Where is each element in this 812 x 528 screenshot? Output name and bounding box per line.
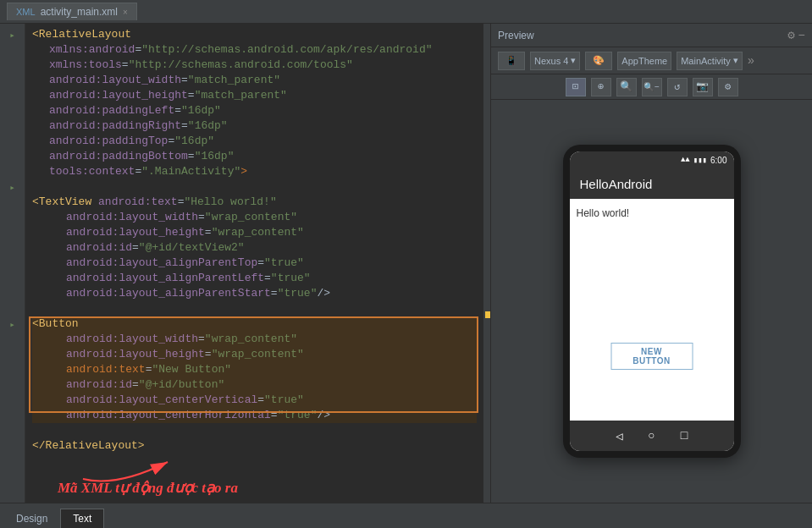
gutter-space6 [0,118,25,134]
settings-icon[interactable]: ⚙ [787,28,794,42]
tab-design-label: Design [16,513,47,525]
collapse-icon[interactable]: − [798,29,805,42]
code-content: <RelativeLayout xmlns:android="http://sc… [25,24,483,503]
code-line-7: android:paddingRight="16dp" [32,118,477,134]
bottom-tabs: Design Text [0,503,812,528]
device-icon-btn[interactable]: 📱 [498,52,525,70]
code-line-1: <RelativeLayout [32,27,477,42]
gutter-space12 [0,225,25,240]
phone-container: ▲▲ ▮▮▮ 6:00 HelloAndroid Hello world! NE… [491,100,812,503]
code-line-24: android:id="@+id/button" [32,377,477,393]
fold-icon-3[interactable]: ▸ [0,316,25,332]
activity-label: MainActivity [681,56,731,66]
screenshot-btn[interactable]: 📷 [693,78,713,96]
code-line-10: tools:context=".MainActivity"> [32,164,477,179]
new-button[interactable]: NEW BUTTON [610,343,693,370]
gutter-space16 [0,286,25,301]
more-options-icon[interactable]: » [748,54,754,68]
camera-icon: 📷 [696,80,709,93]
gutter-space9 [0,164,25,179]
device-chevron-icon: ▾ [571,55,576,66]
code-line-14: android:layout_height="wrap_content" [32,225,477,240]
gutter-space10 [0,195,25,210]
zoom-out-icon: 🔍− [644,82,659,92]
recents-icon: □ [681,429,688,443]
code-line-19 [32,301,477,316]
code-line-9: android:paddingBottom="16dp" [32,149,477,164]
code-line-16: android:layout_alignParentTop="true" [32,256,477,271]
home-icon: ○ [648,429,655,443]
phone-action-bar: HelloAndroid [570,168,734,199]
settings-preview-btn[interactable]: ⚙ [718,78,738,96]
main-area: ▸ ▸ ▸ <RelativeLayout xmlns [0,24,812,503]
preview-panel: Preview ⚙ − 📱 Nexus 4 ▾ 🎨 AppTheme MainA… [490,24,812,503]
phone-nav-bar: ◁ ○ □ [570,421,734,451]
theme-icon-btn[interactable]: 🎨 [585,52,612,70]
gear-icon: ⚙ [725,80,731,93]
gutter-space3 [0,73,25,88]
tab-text[interactable]: Text [60,509,104,528]
gutter-space17 [0,301,25,316]
tab-text-label: Text [73,513,91,525]
phone-frame: ▲▲ ▮▮▮ 6:00 HelloAndroid Hello world! NE… [563,145,741,458]
gutter-space5 [0,103,25,118]
scroll-gutter [483,24,490,503]
device-dropdown[interactable]: Nexus 4 ▾ [530,52,580,70]
hello-world-label: Hello world! [577,207,630,219]
zoom-out-btn[interactable]: 🔍− [642,78,662,96]
device-label: Nexus 4 [534,56,568,66]
cursor-mode-btn[interactable]: ⊡ [566,78,586,96]
annotation-container: Mã XML tự động được tạo ra [32,462,477,497]
fold-icon-1[interactable]: ▸ [0,27,25,42]
refresh-btn[interactable]: ↺ [667,78,688,96]
preview-header: Preview ⚙ − [491,24,812,47]
theme-dropdown[interactable]: AppTheme [617,52,671,70]
app-title: HelloAndroid [580,177,653,191]
code-line-20: <Button [32,316,477,332]
cursor-icon: ⊡ [572,80,578,93]
phone-content: Hello world! NEW BUTTON [570,199,734,421]
code-line-12: <TextView android:text="Hello world!" [32,195,477,210]
gutter-space7 [0,134,25,149]
phone-status-bar: ▲▲ ▮▮▮ 6:00 [570,151,734,168]
highlighted-block: <Button android:layout_width="wrap_conte… [32,316,477,423]
zoom-in-btn[interactable]: 🔍 [616,78,637,96]
code-line-22: android:layout_height="wrap_content" [32,347,477,362]
code-editor[interactable]: <RelativeLayout xmlns:android="http://sc… [25,24,483,503]
code-line-2: xmlns:android="http://schemas.android.co… [32,42,477,58]
activity-chevron-icon: ▾ [733,55,738,66]
status-time: 6:00 [710,156,726,165]
refresh-icon: ↺ [674,80,680,93]
preview-title: Preview [498,30,534,41]
phone-screen: ▲▲ ▮▮▮ 6:00 HelloAndroid Hello world! NE… [570,151,734,451]
preview-icons: ⚙ − [787,28,805,42]
code-line-13: android:layout_width="wrap_content" [32,210,477,225]
code-line-15: android:id="@+id/textView2" [32,240,477,256]
gutter-space11 [0,210,25,225]
zoom-fit-btn[interactable]: ⊕ [591,78,611,96]
left-gutter: ▸ ▸ ▸ [0,24,25,503]
tab-design[interactable]: Design [3,509,60,528]
close-tab-icon[interactable]: × [123,8,128,17]
code-line-25: android:layout_centerVertical="true" [32,393,477,408]
xml-file-icon: XML [16,7,36,17]
zoom-fit-icon: ⊕ [598,80,604,93]
activity-dropdown[interactable]: MainActivity ▾ [677,52,743,70]
editor-tab[interactable]: XML activity_main.xml × [7,3,137,20]
gutter-space13 [0,240,25,256]
title-bar: XML activity_main.xml × [0,0,812,24]
annotation-arrow-svg [66,445,202,487]
code-line-27 [32,423,477,438]
theme-label: AppTheme [621,56,667,66]
code-line-8: android:paddingTop="16dp" [32,134,477,149]
code-line-5: android:layout_height="match_parent" [32,88,477,103]
theme-icon: 🎨 [593,55,605,66]
battery-icon: ▮▮▮ [693,156,707,165]
code-line-23: android:text="New Button" [32,362,477,377]
preview-toolbar-row2: ⊡ ⊕ 🔍 🔍− ↺ 📷 ⚙ [491,74,812,100]
wifi-icon: ▲▲ [681,156,690,164]
gutter-space2 [0,58,25,73]
fold-icon-2[interactable]: ▸ [0,179,25,195]
code-line-17: android:layout_alignParentLeft="true" [32,271,477,286]
gutter-space8 [0,149,25,164]
